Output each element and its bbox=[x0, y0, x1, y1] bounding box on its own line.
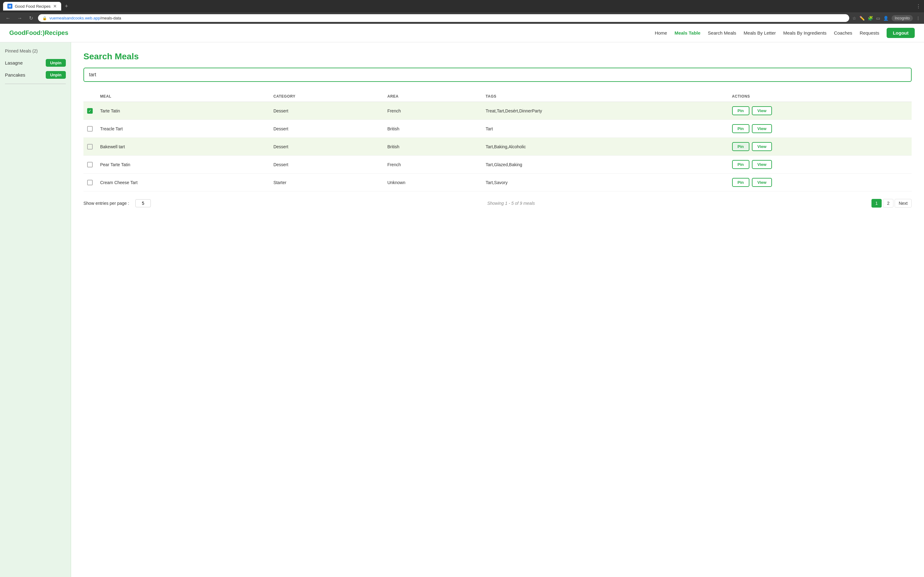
col-header-meal: MEAL bbox=[97, 91, 270, 102]
app-header: GoodFood:)Recipes Home Meals Table Searc… bbox=[0, 24, 924, 42]
nav-meals-by-letter[interactable]: Meals By Letter bbox=[743, 30, 776, 35]
cell-actions-1: PinView bbox=[729, 120, 912, 138]
main-content: Search Meals MEAL CATEGORY AREA TAGS ACT… bbox=[71, 42, 924, 577]
entries-per-page-input[interactable] bbox=[136, 199, 151, 207]
view-button-4[interactable]: View bbox=[752, 178, 772, 187]
col-header-checkbox bbox=[84, 91, 97, 102]
cell-area-1: British bbox=[383, 120, 482, 138]
puzzle-icon[interactable]: 🧩 bbox=[868, 16, 873, 21]
url-display: vuemealsandcooks.web.app/meals-data bbox=[49, 16, 121, 20]
page-title: Search Meals bbox=[84, 52, 912, 61]
sidebar-icon[interactable]: ▭ bbox=[876, 16, 880, 21]
cell-tags-0: Treat,Tart,Desért,DinnerParty bbox=[482, 102, 729, 120]
pin-button-3[interactable]: Pin bbox=[732, 160, 750, 169]
cell-area-3: French bbox=[383, 156, 482, 174]
view-button-2[interactable]: View bbox=[752, 142, 772, 151]
browser-chrome: M Good Food Recipes ✕ + ⋮ bbox=[0, 0, 924, 12]
layout: Pinned Meals (2) Lasagne Unpin Pancakes … bbox=[0, 42, 924, 577]
table-row: ✓Tarte TatinDessertFrenchTreat,Tart,Desé… bbox=[84, 102, 912, 120]
app-nav: Home Meals Table Search Meals Meals By L… bbox=[655, 28, 915, 38]
col-header-tags: TAGS bbox=[482, 91, 729, 102]
meals-table: MEAL CATEGORY AREA TAGS ACTIONS ✓Tarte T… bbox=[84, 91, 912, 192]
tab-title: Good Food Recipes bbox=[15, 4, 51, 9]
cell-category-1: Dessert bbox=[270, 120, 384, 138]
view-button-0[interactable]: View bbox=[752, 106, 772, 115]
pagination: 1 2 Next bbox=[871, 199, 912, 208]
logout-button[interactable]: Logout bbox=[887, 28, 915, 38]
table-row: Cream Cheese TartStarterUnknownTart,Savo… bbox=[84, 174, 912, 192]
cell-actions-4: PinView bbox=[729, 174, 912, 192]
row-checkbox-3[interactable] bbox=[87, 162, 93, 168]
entries-label: Show entries per page : bbox=[84, 201, 129, 206]
browser-tab[interactable]: M Good Food Recipes ✕ bbox=[3, 2, 61, 11]
back-button[interactable]: ← bbox=[4, 15, 12, 22]
sidebar-divider bbox=[5, 84, 66, 84]
cell-meal-1: Treacle Tart bbox=[97, 120, 270, 138]
row-checkbox-4[interactable] bbox=[87, 180, 93, 185]
cell-tags-4: Tart,Savory bbox=[482, 174, 729, 192]
cell-tags-2: Tart,Baking,Alcoholic bbox=[482, 138, 729, 156]
page-1-button[interactable]: 1 bbox=[871, 199, 882, 208]
sidebar-pinned-item-lasagne: Lasagne Unpin bbox=[5, 59, 66, 67]
new-tab-button[interactable]: + bbox=[65, 3, 68, 10]
refresh-button[interactable]: ↻ bbox=[27, 15, 35, 22]
bookmark-icon[interactable]: ☆ bbox=[852, 16, 856, 21]
pin-button-0[interactable]: Pin bbox=[732, 106, 750, 115]
logo-text1: GoodFood bbox=[9, 29, 40, 36]
col-header-actions: ACTIONS bbox=[729, 91, 912, 102]
forward-button[interactable]: → bbox=[15, 15, 24, 22]
sidebar-item-name-pancakes: Pancakes bbox=[5, 72, 25, 77]
sidebar-pinned-item-pancakes: Pancakes Unpin bbox=[5, 71, 66, 79]
view-button-3[interactable]: View bbox=[752, 160, 772, 169]
row-checkbox-2[interactable] bbox=[87, 144, 93, 150]
nav-coaches[interactable]: Coaches bbox=[834, 30, 852, 35]
nav-home[interactable]: Home bbox=[655, 30, 667, 35]
browser-menu-icon[interactable]: ⋮ bbox=[916, 3, 921, 9]
cell-category-2: Dessert bbox=[270, 138, 384, 156]
incognito-badge: Incognito bbox=[892, 15, 913, 21]
tab-favicon: M bbox=[7, 4, 12, 9]
cell-category-0: Dessert bbox=[270, 102, 384, 120]
sidebar: Pinned Meals (2) Lasagne Unpin Pancakes … bbox=[0, 42, 71, 577]
table-footer: Show entries per page : Showing 1 - 5 of… bbox=[84, 199, 912, 208]
col-header-area: AREA bbox=[383, 91, 482, 102]
chrome-menu-icon[interactable]: ⋮ bbox=[916, 16, 920, 21]
nav-search-meals[interactable]: Search Meals bbox=[708, 30, 737, 35]
sidebar-item-name-lasagne: Lasagne bbox=[5, 60, 23, 66]
nav-meals-by-ingredients[interactable]: Meals By Ingredients bbox=[783, 30, 827, 35]
cell-meal-4: Cream Cheese Tart bbox=[97, 174, 270, 192]
profile-icon[interactable]: 👤 bbox=[883, 16, 888, 21]
row-checkbox-0[interactable]: ✓ bbox=[87, 108, 93, 114]
cell-tags-3: Tart,Glazed,Baking bbox=[482, 156, 729, 174]
search-input[interactable] bbox=[84, 68, 912, 82]
extension-icon[interactable]: ✏️ bbox=[859, 16, 865, 21]
showing-text: Showing 1 - 5 of 9 meals bbox=[157, 201, 865, 206]
cell-actions-0: PinView bbox=[729, 102, 912, 120]
cell-meal-0: Tarte Tatin bbox=[97, 102, 270, 120]
pin-button-1[interactable]: Pin bbox=[732, 124, 750, 133]
cell-actions-2: PinView bbox=[729, 138, 912, 156]
nav-meals-table[interactable]: Meals Table bbox=[675, 30, 701, 35]
pin-button-4[interactable]: Pin bbox=[732, 178, 750, 187]
unpin-button-lasagne[interactable]: Unpin bbox=[46, 59, 66, 67]
tab-close-icon[interactable]: ✕ bbox=[53, 4, 57, 9]
app-logo: GoodFood:)Recipes bbox=[9, 29, 68, 37]
logo-smiley: :) bbox=[40, 29, 45, 36]
unpin-button-pancakes[interactable]: Unpin bbox=[46, 71, 66, 79]
view-button-1[interactable]: View bbox=[752, 124, 772, 133]
nav-requests[interactable]: Requests bbox=[860, 30, 879, 35]
cell-actions-3: PinView bbox=[729, 156, 912, 174]
cell-category-4: Starter bbox=[270, 174, 384, 192]
page-2-button[interactable]: 2 bbox=[883, 199, 893, 208]
address-bar[interactable]: 🔒 vuemealsandcooks.web.app/meals-data bbox=[38, 14, 849, 22]
row-checkbox-1[interactable] bbox=[87, 126, 93, 132]
browser-nav-right: ☆ ✏️ 🧩 ▭ 👤 Incognito ⋮ bbox=[852, 15, 920, 21]
table-row: Treacle TartDessertBritishTartPinView bbox=[84, 120, 912, 138]
pin-button-2[interactable]: Pin bbox=[732, 142, 750, 151]
next-page-button[interactable]: Next bbox=[895, 199, 912, 208]
col-header-category: CATEGORY bbox=[270, 91, 384, 102]
lock-icon: 🔒 bbox=[42, 16, 47, 20]
cell-area-2: British bbox=[383, 138, 482, 156]
cell-area-4: Unknown bbox=[383, 174, 482, 192]
browser-nav: ← → ↻ 🔒 vuemealsandcooks.web.app/meals-d… bbox=[0, 12, 924, 24]
